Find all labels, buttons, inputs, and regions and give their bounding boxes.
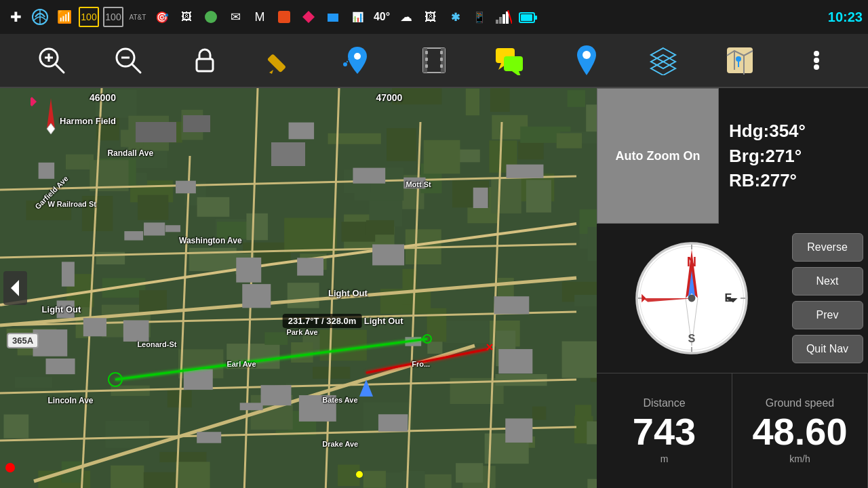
svg-rect-8 [502, 14, 505, 24]
svg-point-47 [814, 58, 819, 63]
rb-value: RB:277° [729, 168, 858, 192]
green-dot-icon [201, 7, 221, 27]
speed-box: Ground speed 48.60 km/h [732, 373, 868, 488]
svg-marker-49 [11, 280, 19, 296]
map-area[interactable]: 46000 47000 Harmon Field Randall Ave Gar… [0, 88, 597, 488]
svg-point-45 [736, 56, 741, 62]
battery1-icon: 100 [79, 7, 99, 27]
lock-button[interactable] [184, 40, 225, 81]
svg-line-19 [132, 64, 140, 73]
next-button[interactable]: Next [792, 267, 863, 296]
zoom-in-button[interactable] [31, 40, 72, 81]
layers-button[interactable] [643, 40, 684, 81]
diamond-icon [298, 7, 319, 27]
svg-rect-21 [197, 59, 213, 71]
svg-text:E: E [725, 291, 732, 304]
zoom-out-button[interactable] [108, 40, 149, 81]
map-north-indicator [31, 95, 71, 145]
svg-point-2 [205, 11, 217, 23]
temp-icon: 40° [372, 7, 392, 27]
speed-unit: km/h [789, 453, 810, 464]
svg-rect-13 [521, 14, 532, 21]
svg-rect-34 [440, 58, 443, 61]
right-panel: Auto Zoom On Hdg:354° Brg:271° RB:277° [597, 88, 868, 488]
svg-point-68 [688, 295, 696, 302]
brg-value: Brg:271° [729, 144, 858, 168]
distance-box: Distance 743 m [597, 373, 732, 488]
svg-point-24 [354, 53, 361, 60]
compass: E N S [631, 237, 753, 359]
svg-rect-35 [440, 64, 443, 68]
svg-rect-6 [496, 20, 498, 24]
nav-info: Auto Zoom On Hdg:354° Brg:271° RB:277° [597, 88, 868, 224]
svg-rect-22 [267, 54, 285, 73]
svg-point-26 [343, 62, 347, 66]
distance-unit: m [660, 453, 669, 464]
photo2-icon: 🖼 [420, 7, 441, 27]
more-menu-button[interactable] [796, 40, 837, 81]
nav-buttons: Reverse Next Prev Quit Nav [787, 224, 868, 373]
svg-rect-5 [328, 14, 338, 22]
svg-marker-23 [269, 70, 273, 74]
svg-rect-3 [278, 11, 290, 23]
nav-left-arrow[interactable] [3, 271, 27, 305]
filmstrip-button[interactable] [414, 40, 454, 81]
speed-label: Ground speed [766, 397, 834, 409]
route-info-badge: 231.7°T / 328.0m [283, 314, 362, 328]
svg-text:S: S [688, 332, 696, 344]
road-badge-365a: 365A [7, 333, 39, 348]
svg-rect-31 [425, 58, 428, 61]
map-button[interactable] [719, 40, 760, 81]
svg-rect-38 [504, 56, 523, 71]
svg-rect-7 [499, 17, 502, 24]
signal-icon: AT&T [127, 7, 148, 27]
battery-main-icon [518, 7, 538, 27]
toolbar [0, 34, 868, 88]
svg-marker-4 [302, 11, 315, 23]
svg-rect-12 [534, 16, 537, 20]
wifi-icon: 📶 [54, 7, 75, 27]
svg-point-40 [583, 51, 591, 59]
svg-marker-52 [31, 97, 37, 106]
cloud-icon: ☁ [396, 7, 416, 27]
waypoint-button[interactable] [337, 40, 378, 81]
svg-point-46 [814, 51, 819, 56]
signal-bars-icon [494, 7, 514, 27]
rect-icon [323, 7, 343, 27]
map-pin-button[interactable] [566, 40, 607, 81]
msg1-icon: ✉ [225, 7, 245, 27]
svg-rect-32 [425, 64, 428, 68]
add-icon: ✚ [5, 7, 26, 27]
compass-section: E N S [597, 224, 868, 373]
svg-point-48 [814, 64, 819, 70]
phone-icon: 📱 [469, 7, 490, 27]
battery2-icon: 100 [103, 7, 123, 27]
svg-rect-33 [440, 51, 443, 54]
hdg-value: Hdg:354° [729, 119, 858, 143]
distance-value: 743 [633, 413, 696, 451]
group-icon [274, 7, 294, 27]
network-icon [30, 7, 50, 27]
bluetooth-icon: ✱ [445, 7, 465, 27]
chart-icon: 📊 [347, 7, 368, 27]
svg-text:N: N [687, 254, 696, 269]
svg-line-15 [56, 64, 64, 73]
compass-container: E N S [597, 224, 787, 373]
map-canvas [0, 88, 597, 488]
quit-nav-button[interactable]: Quit Nav [792, 335, 863, 363]
draw-button[interactable] [261, 40, 302, 81]
clock: 10:23 [828, 9, 863, 25]
auto-zoom-section[interactable]: Auto Zoom On [597, 88, 719, 224]
reverse-button[interactable]: Reverse [792, 233, 863, 262]
svg-rect-30 [425, 51, 428, 54]
photo-icon: 🖼 [176, 7, 197, 27]
auto-zoom-button[interactable]: Auto Zoom On [597, 89, 718, 223]
speed-value: 48.60 [752, 413, 847, 451]
svg-marker-39 [512, 71, 521, 75]
status-bar: ✚ 📶 100 100 AT&T 🎯 🖼 ✉ M 📊 40° ☁ 🖼 ✱ 📱 [0, 0, 868, 34]
heading-display: Hdg:354° Brg:271° RB:277° [719, 88, 868, 224]
chat-button[interactable] [490, 40, 531, 81]
metrics-panel: Distance 743 m Ground speed 48.60 km/h [597, 373, 868, 488]
prev-button[interactable]: Prev [792, 301, 863, 329]
msg2-icon: M [250, 7, 270, 27]
